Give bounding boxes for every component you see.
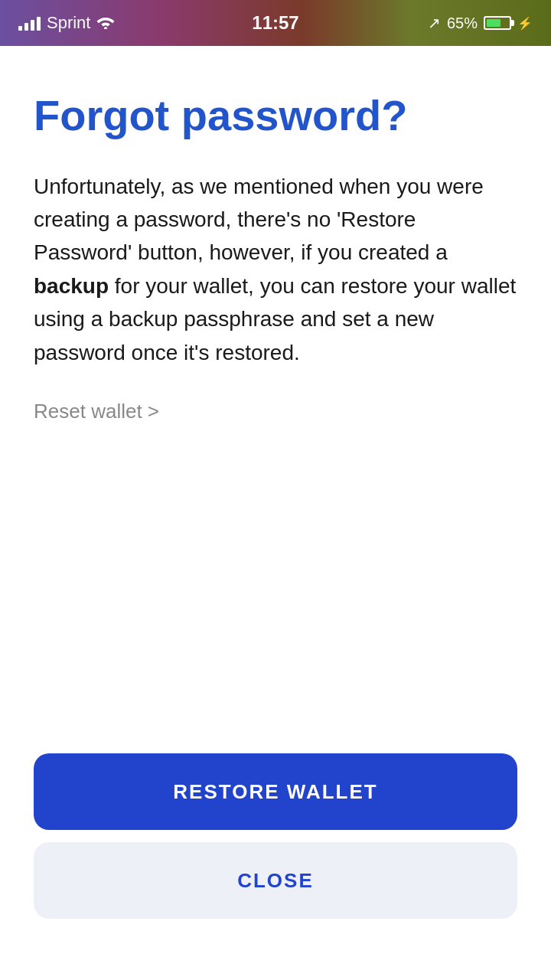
page-title: Forgot password? bbox=[34, 92, 517, 139]
location-icon: ↗ bbox=[428, 14, 441, 32]
reset-wallet-link[interactable]: Reset wallet > bbox=[34, 400, 517, 423]
svg-point-0 bbox=[104, 27, 107, 29]
spacer bbox=[34, 423, 517, 753]
carrier-label: Sprint bbox=[47, 13, 90, 33]
description-part1: Unfortunately, as we mentioned when you … bbox=[34, 175, 484, 265]
charging-icon: ⚡ bbox=[517, 16, 533, 31]
status-bar: Sprint 11:57 ↗ 65% ⚡ bbox=[0, 0, 551, 46]
battery-indicator bbox=[484, 16, 511, 30]
wifi-icon bbox=[96, 14, 115, 33]
buttons-area: RESTORE WALLET CLOSE bbox=[34, 753, 517, 949]
restore-wallet-button[interactable]: RESTORE WALLET bbox=[34, 753, 517, 830]
battery-percent-label: 65% bbox=[447, 15, 478, 32]
description-bold: backup bbox=[34, 274, 109, 298]
close-button[interactable]: CLOSE bbox=[34, 842, 517, 919]
time-display: 11:57 bbox=[252, 12, 298, 34]
main-content: Forgot password? Unfortunately, as we me… bbox=[0, 46, 551, 980]
description-text: Unfortunately, as we mentioned when you … bbox=[34, 170, 517, 369]
status-right: ↗ 65% ⚡ bbox=[428, 14, 533, 32]
status-left: Sprint bbox=[18, 13, 115, 33]
signal-bars-icon bbox=[18, 15, 41, 31]
